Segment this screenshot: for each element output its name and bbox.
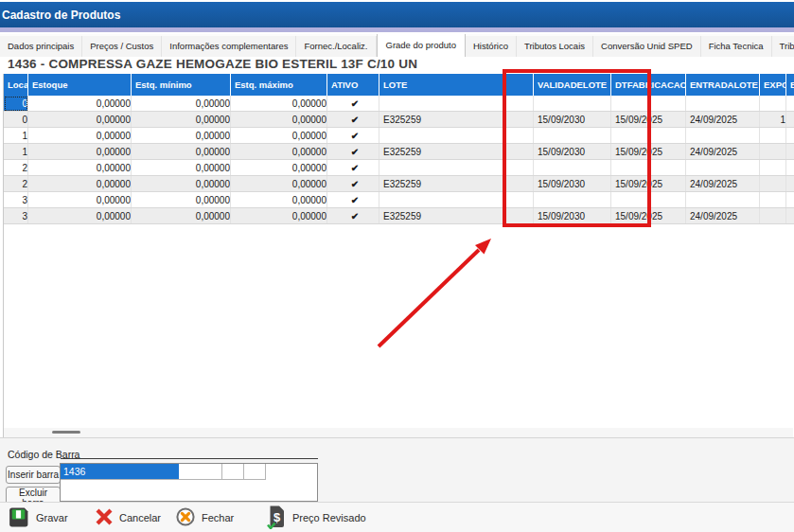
cell-expc[interactable] bbox=[760, 192, 786, 208]
cell-lote[interactable] bbox=[379, 160, 534, 176]
cell-minimo[interactable]: 0,00000 bbox=[132, 208, 231, 224]
cell-ativo[interactable]: ✔ bbox=[327, 144, 379, 160]
cell-lote[interactable]: E325259 bbox=[379, 176, 534, 192]
cell-eid[interactable] bbox=[786, 160, 794, 176]
column-header-entradalote[interactable]: ENTRADALOTE bbox=[686, 74, 760, 96]
column-header-maximo[interactable]: Estq. máximo bbox=[231, 74, 327, 96]
cell-ativo[interactable]: ✔ bbox=[327, 192, 379, 208]
column-header-validadelote[interactable]: VALIDADELOTE bbox=[534, 74, 611, 96]
tab-convers-o-unid-sped[interactable]: Conversão Unid SPED bbox=[593, 36, 701, 57]
insert-barcode-button[interactable]: Inserir barra bbox=[6, 466, 61, 484]
cell-validadelote[interactable] bbox=[534, 192, 611, 208]
column-header-lote[interactable]: LOTE bbox=[379, 74, 534, 96]
cell-minimo[interactable]: 0,00000 bbox=[132, 96, 231, 112]
cell-local[interactable]: 2 bbox=[4, 160, 28, 176]
cell-eid[interactable] bbox=[786, 96, 794, 112]
cell-minimo[interactable]: 0,00000 bbox=[132, 192, 231, 208]
cell-validadelote[interactable]: 15/09/2030 bbox=[534, 112, 611, 128]
cell-estoque[interactable]: 0,00000 bbox=[28, 176, 132, 192]
cell-maximo[interactable]: 0,00000 bbox=[231, 112, 327, 128]
tab-grade-do-produto[interactable]: Grade do produto bbox=[377, 34, 466, 57]
cell-minimo[interactable]: 0,00000 bbox=[132, 176, 231, 192]
cell-minimo[interactable]: 0,00000 bbox=[132, 112, 231, 128]
cell-minimo[interactable]: 0,00000 bbox=[132, 144, 231, 160]
barcode-list-cell[interactable] bbox=[244, 464, 266, 480]
cell-local[interactable]: 0 bbox=[4, 96, 28, 112]
tab-ficha-tecnica[interactable]: Ficha Tecnica bbox=[701, 36, 772, 57]
cell-expc[interactable]: 1 bbox=[760, 112, 786, 128]
cell-maximo[interactable]: 0,00000 bbox=[231, 96, 327, 112]
cell-maximo[interactable]: 0,00000 bbox=[231, 160, 327, 176]
cell-maximo[interactable]: 0,00000 bbox=[231, 176, 327, 192]
cell-maximo[interactable]: 0,00000 bbox=[231, 144, 327, 160]
cell-maximo[interactable]: 0,00000 bbox=[231, 208, 327, 224]
cell-expc[interactable] bbox=[760, 144, 786, 160]
barcode-list-cell[interactable] bbox=[179, 464, 222, 480]
cell-ativo[interactable]: ✔ bbox=[327, 208, 379, 224]
cell-validadelote[interactable] bbox=[534, 160, 611, 176]
cell-eid[interactable] bbox=[786, 208, 794, 224]
cell-validadelote[interactable]: 15/09/2030 bbox=[534, 144, 611, 160]
cell-lote[interactable]: E325259 bbox=[379, 208, 534, 224]
cell-estoque[interactable]: 0,00000 bbox=[28, 112, 132, 128]
cell-minimo[interactable]: 0,00000 bbox=[132, 128, 231, 144]
cell-lote[interactable]: E325259 bbox=[379, 112, 534, 128]
cell-expc[interactable] bbox=[760, 208, 786, 224]
cell-entradalote[interactable]: 24/09/2025 bbox=[686, 144, 760, 160]
cell-dtfabricacao[interactable]: 15/09/2025 bbox=[611, 112, 686, 128]
column-header-dtfabricacao[interactable]: DTFABRICACAO bbox=[611, 74, 686, 96]
cell-entradalote[interactable] bbox=[686, 128, 760, 144]
cell-lote[interactable] bbox=[379, 96, 534, 112]
barcode-input[interactable] bbox=[61, 440, 318, 459]
cell-eid[interactable] bbox=[786, 176, 794, 192]
cell-estoque[interactable]: 0,00000 bbox=[28, 192, 132, 208]
tab-dados-principais[interactable]: Dados principais bbox=[0, 36, 82, 57]
cell-estoque[interactable]: 0,00000 bbox=[28, 144, 132, 160]
price-revised-button[interactable]: $ Preço Revisado bbox=[266, 505, 366, 531]
window-titlebar[interactable]: Cadastro de Produtos bbox=[0, 2, 794, 27]
cell-lote[interactable] bbox=[379, 128, 534, 144]
cell-estoque[interactable]: 0,00000 bbox=[28, 128, 132, 144]
tab-tributos-locais[interactable]: Tributos Locais bbox=[517, 36, 593, 57]
scrollbar-thumb[interactable] bbox=[52, 431, 80, 434]
tab-hist-rico[interactable]: Histórico bbox=[466, 36, 517, 57]
column-header-eid[interactable]: E ID bbox=[786, 74, 794, 96]
cell-local[interactable]: 3 bbox=[4, 192, 28, 208]
cell-minimo[interactable]: 0,00000 bbox=[132, 160, 231, 176]
cell-dtfabricacao[interactable]: 15/09/2025 bbox=[611, 176, 686, 192]
cell-dtfabricacao[interactable] bbox=[611, 160, 686, 176]
tab-pre-os-custos[interactable]: Preços / Custos bbox=[82, 36, 162, 57]
cell-ativo[interactable]: ✔ bbox=[327, 112, 379, 128]
cell-dtfabricacao[interactable]: 15/09/2025 bbox=[611, 144, 686, 160]
column-header-estoque[interactable]: Estoque bbox=[28, 74, 132, 96]
cell-ativo[interactable]: ✔ bbox=[327, 96, 379, 112]
cell-entradalote[interactable] bbox=[686, 96, 760, 112]
tab-informa-es-complementares[interactable]: Informações complementares bbox=[162, 36, 296, 57]
cell-lote[interactable]: E325259 bbox=[379, 144, 534, 160]
cell-estoque[interactable]: 0,00000 bbox=[28, 160, 132, 176]
cell-estoque[interactable]: 0,00000 bbox=[28, 208, 132, 224]
cell-entradalote[interactable]: 24/09/2025 bbox=[686, 112, 760, 128]
column-header-minimo[interactable]: Estq. mínimo bbox=[132, 74, 231, 96]
cancel-button[interactable]: Cancelar bbox=[95, 505, 161, 531]
cell-local[interactable]: 1 bbox=[4, 128, 28, 144]
cell-expc[interactable] bbox=[760, 160, 786, 176]
cell-expc[interactable] bbox=[760, 96, 786, 112]
save-button[interactable]: Gravar bbox=[7, 505, 68, 531]
cell-expc[interactable] bbox=[760, 128, 786, 144]
cell-eid[interactable] bbox=[786, 192, 794, 208]
cell-local[interactable]: 1 bbox=[4, 144, 28, 160]
barcode-list-cell[interactable] bbox=[222, 464, 244, 480]
grid-horizontal-scrollbar[interactable] bbox=[4, 428, 793, 437]
cell-validadelote[interactable] bbox=[534, 96, 611, 112]
cell-dtfabricacao[interactable]: 15/09/2025 bbox=[611, 208, 686, 224]
cell-dtfabricacao[interactable] bbox=[611, 128, 686, 144]
cell-maximo[interactable]: 0,00000 bbox=[231, 192, 327, 208]
cell-ativo[interactable]: ✔ bbox=[327, 128, 379, 144]
tab-tributos-grupo-pessoas[interactable]: Tributos/Grupo Pessoas bbox=[772, 36, 794, 57]
cell-entradalote[interactable]: 24/09/2025 bbox=[686, 208, 760, 224]
cell-entradalote[interactable]: 24/09/2025 bbox=[686, 176, 760, 192]
cell-local[interactable]: 3 bbox=[4, 208, 28, 224]
cell-dtfabricacao[interactable] bbox=[611, 96, 686, 112]
cell-ativo[interactable]: ✔ bbox=[327, 176, 379, 192]
